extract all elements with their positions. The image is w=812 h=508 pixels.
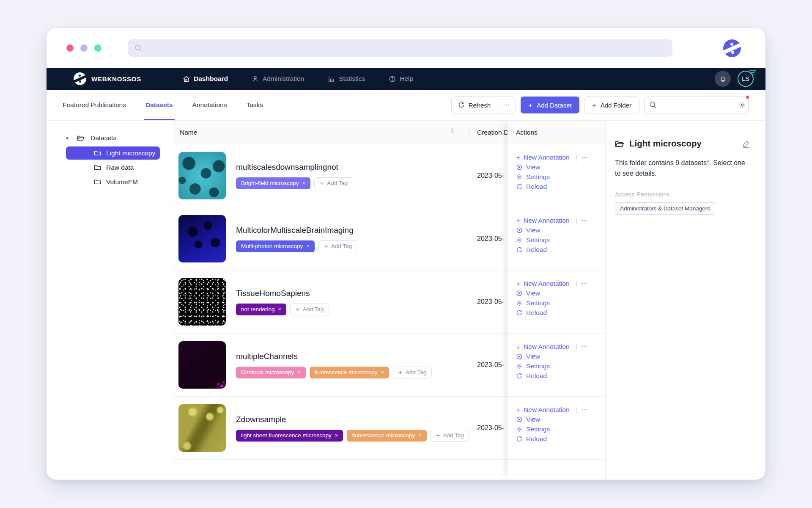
new-annotation-link[interactable]: + New Annotation | ⋯ — [516, 406, 605, 414]
view-link[interactable]: View — [516, 416, 605, 423]
address-input[interactable] — [146, 44, 666, 52]
dataset-tag[interactable]: fluorescence microscopy × — [347, 430, 426, 442]
minimize-window-button[interactable] — [80, 44, 88, 52]
remove-tag-icon[interactable]: × — [335, 432, 338, 439]
add-tag-button[interactable]: + Add Tag — [290, 304, 329, 315]
settings-link[interactable]: Settings — [516, 173, 605, 181]
nav-item-statistics[interactable]: Statistics — [328, 75, 365, 83]
add-tag-button[interactable]: + Add Tag — [431, 430, 469, 442]
sort-control[interactable]: ▲ ▼ — [450, 127, 454, 134]
tab-tasks[interactable]: Tasks — [246, 90, 263, 120]
refresh-more-button[interactable]: ⋯ — [497, 97, 516, 113]
nav-item-dashboard[interactable]: Dashboard — [183, 75, 228, 83]
dataset-tag[interactable]: Confocal microscopy × — [236, 367, 306, 378]
sort-descending-icon[interactable]: ▼ — [450, 130, 454, 134]
remove-tag-icon[interactable]: × — [302, 180, 306, 186]
new-annotation-link[interactable]: + New Annotation | ⋯ — [516, 343, 605, 351]
main-navbar: WEBKNOSSOS Dashboard Administration Stat… — [47, 68, 765, 90]
more-actions-button[interactable]: ⋯ — [582, 406, 589, 414]
dataset-thumbnail[interactable] — [178, 215, 226, 262]
add-tag-button[interactable]: + Add Tag — [314, 177, 353, 189]
notifications-button[interactable] — [715, 71, 731, 87]
dataset-tag[interactable]: Multi-photon microscopy × — [236, 240, 315, 252]
access-permissions-label: Access Permissions — [615, 191, 750, 198]
browser-chrome — [47, 28, 765, 68]
nav-item-administration[interactable]: Administration — [252, 75, 304, 83]
more-actions-button[interactable]: ⋯ — [582, 343, 589, 351]
dataset-name[interactable]: multiscalesdownsamplingnot — [236, 163, 353, 172]
caret-down-icon[interactable]: ▾ — [66, 135, 71, 141]
zoom-window-button[interactable] — [94, 44, 102, 52]
tree-item-raw-data[interactable]: Raw data — [66, 161, 160, 174]
more-actions-button[interactable]: ⋯ — [582, 154, 589, 161]
brand[interactable]: WEBKNOSSOS — [74, 72, 141, 85]
dataset-tag[interactable]: fluorescence microscopy × — [310, 367, 389, 378]
reload-link[interactable]: Reload — [516, 183, 605, 190]
add-tag-label: Add Tag — [303, 306, 324, 312]
dataset-thumbnail[interactable] — [178, 341, 226, 389]
reload-link[interactable]: Reload — [516, 435, 605, 443]
tab-datasets[interactable]: Datasets — [145, 90, 173, 120]
view-link[interactable]: View — [516, 353, 605, 360]
folder-tree: ▾ Datasets Light microscopy Raw data — [47, 121, 173, 480]
view-link[interactable]: View — [516, 163, 605, 171]
view-link[interactable]: View — [516, 290, 605, 297]
new-annotation-link[interactable]: + New Annotation | ⋯ — [516, 280, 605, 287]
gear-icon — [516, 363, 523, 370]
dataset-thumbnail[interactable] — [178, 404, 226, 452]
add-tag-button[interactable]: + Add Tag — [318, 240, 357, 252]
reload-link[interactable]: Reload — [516, 246, 605, 254]
tab-annotations[interactable]: Annotations — [192, 90, 227, 120]
nav-item-label: Help — [400, 75, 413, 83]
dataset-name[interactable]: TissueHomoSapiens — [236, 289, 329, 298]
refresh-icon — [458, 102, 465, 108]
tree-item-datasets[interactable]: ▾ Datasets — [47, 131, 173, 145]
search-settings-button[interactable] — [736, 97, 748, 113]
settings-link[interactable]: Settings — [516, 425, 605, 433]
dataset-tag[interactable]: not rendering × — [236, 304, 286, 315]
settings-link[interactable]: Settings — [516, 362, 605, 370]
eye-icon — [516, 164, 523, 171]
dataset-name[interactable]: Zdownsample — [236, 415, 469, 424]
reload-link[interactable]: Reload — [516, 309, 605, 317]
add-tag-button[interactable]: + Add Tag — [393, 367, 432, 378]
remove-tag-icon[interactable]: × — [297, 369, 301, 375]
tree-item-volumeem[interactable]: VolumeEM — [66, 175, 160, 188]
search-icon — [649, 101, 657, 109]
browser-address-bar[interactable] — [128, 39, 672, 57]
new-annotation-link[interactable]: + New Annotation | ⋯ — [516, 154, 605, 161]
dataset-tag[interactable]: light sheet fluorescence microscopy × — [236, 430, 343, 442]
tree-item-light-microscopy[interactable]: Light microscopy — [66, 146, 160, 160]
user-avatar[interactable]: LS — [738, 71, 754, 87]
dataset-tag[interactable]: Bright-field microscopy × — [236, 177, 310, 189]
settings-link[interactable]: Settings — [516, 299, 605, 307]
dataset-thumbnail[interactable] — [178, 152, 226, 199]
dataset-search — [644, 97, 749, 113]
tree-item-label: Light microscopy — [106, 149, 155, 157]
dataset-search-input[interactable] — [660, 97, 736, 113]
dataset-name[interactable]: MulticolorMultiscaleBrainImaging — [236, 226, 357, 235]
notification-dot — [746, 95, 749, 99]
refresh-button[interactable]: Refresh — [452, 97, 497, 113]
new-annotation-link[interactable]: + New Annotation | ⋯ — [516, 217, 605, 224]
reload-link[interactable]: Reload — [516, 372, 605, 380]
dataset-name[interactable]: multipleChannels — [236, 352, 432, 361]
refresh-icon — [516, 436, 523, 442]
tab-featured-publications[interactable]: Featured Publications — [63, 90, 126, 120]
add-folder-button[interactable]: + Add Folder — [584, 97, 639, 113]
settings-link[interactable]: Settings — [516, 236, 605, 244]
column-header-name[interactable]: Name — [180, 129, 197, 136]
remove-tag-icon[interactable]: × — [418, 432, 422, 439]
edit-icon[interactable] — [742, 140, 750, 148]
nav-item-help[interactable]: Help — [389, 75, 413, 83]
more-actions-button[interactable]: ⋯ — [582, 217, 589, 224]
view-link[interactable]: View — [516, 226, 605, 234]
close-window-button[interactable] — [66, 44, 74, 52]
remove-tag-icon[interactable]: × — [381, 369, 384, 375]
add-dataset-button[interactable]: + Add Dataset — [521, 97, 579, 113]
remove-tag-icon[interactable]: × — [278, 306, 282, 312]
remove-tag-icon[interactable]: × — [306, 243, 310, 249]
plus-icon: + — [592, 102, 596, 109]
more-actions-button[interactable]: ⋯ — [582, 280, 589, 287]
dataset-thumbnail[interactable] — [178, 278, 226, 326]
